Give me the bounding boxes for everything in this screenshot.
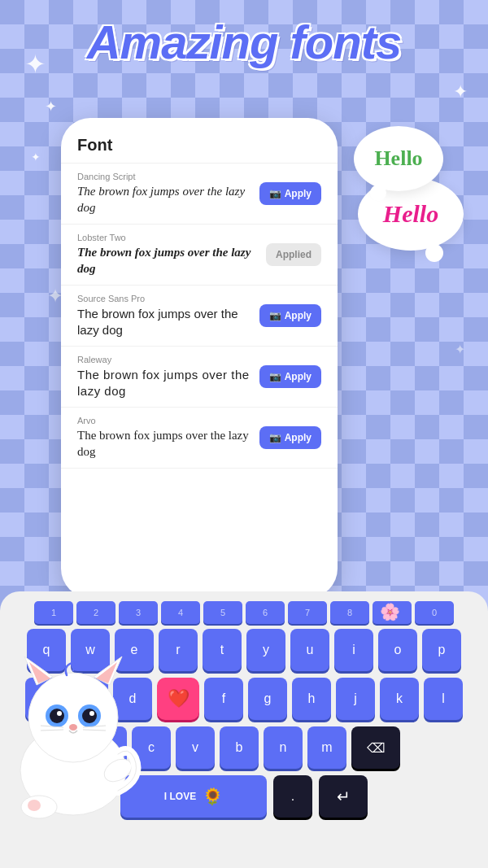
- key-b[interactable]: b: [220, 726, 259, 769]
- font-name-raleway: Raleway: [77, 355, 251, 364]
- key-h[interactable]: h: [292, 678, 331, 720]
- sparkle-icon-4: ✦: [455, 342, 465, 357]
- font-name-arvo: Arvo: [77, 416, 251, 425]
- key-y[interactable]: y: [246, 629, 285, 671]
- svg-point-18: [28, 800, 41, 811]
- key-l[interactable]: l: [424, 678, 463, 720]
- camera-icon-source: 📷: [269, 310, 281, 321]
- hello-green-text: Hello: [374, 146, 422, 171]
- font-item-dancing: Dancing Script The brown fox jumps over …: [61, 164, 338, 225]
- font-preview-source: The brown fox jumps over the lazy dog: [77, 306, 251, 338]
- phone-mockup: Font Dancing Script The brown fox jumps …: [61, 118, 338, 598]
- svg-point-10: [57, 711, 62, 716]
- font-item-raleway: Raleway The brown fox jumps over the laz…: [61, 347, 338, 408]
- applied-button-lobster[interactable]: Applied: [266, 243, 321, 266]
- backspace-key[interactable]: ⌫: [351, 726, 400, 769]
- font-header: Font: [61, 118, 338, 164]
- cat-character: [0, 628, 155, 823]
- flower-decoration: 🌸: [380, 602, 400, 622]
- font-name-dancing: Dancing Script: [77, 172, 251, 181]
- sunflower-icon: 🌻: [203, 787, 223, 806]
- key-8[interactable]: 8: [330, 601, 369, 624]
- key-p[interactable]: p: [422, 629, 461, 671]
- key-f[interactable]: f: [204, 678, 243, 720]
- font-preview-lobster: The brown fox jumps over the lazy dog: [77, 245, 258, 277]
- svg-point-1: [28, 673, 118, 762]
- page-title: Amazing fonts: [0, 15, 488, 69]
- key-i[interactable]: i: [334, 629, 373, 671]
- svg-point-11: [89, 711, 94, 716]
- number-row: 1 2 3 4 5 6 7 8 9 0: [7, 601, 481, 624]
- font-name-source: Source Sans Pro: [77, 294, 251, 303]
- font-name-lobster: Lobster Two: [77, 233, 258, 242]
- svg-point-8: [50, 709, 64, 723]
- apply-button-dancing[interactable]: 📷 Apply: [259, 182, 321, 205]
- apply-button-arvo[interactable]: 📷 Apply: [259, 426, 321, 449]
- camera-icon-raleway: 📷: [269, 371, 281, 382]
- enter-key[interactable]: ↵: [319, 775, 368, 818]
- key-v[interactable]: v: [176, 726, 215, 769]
- svg-point-9: [82, 709, 97, 723]
- font-preview-raleway: The brown fox jumps over the lazy dog: [77, 367, 251, 399]
- period-key[interactable]: .: [273, 775, 312, 818]
- font-preview-arvo: The brown fox jumps over the lazy dog: [77, 428, 251, 460]
- key-o[interactable]: o: [378, 629, 417, 671]
- sparkle-icon-sm: ✦: [45, 98, 57, 116]
- sparkle-icon-3: ✦: [453, 81, 468, 103]
- key-g[interactable]: g: [248, 678, 287, 720]
- key-6[interactable]: 6: [246, 601, 285, 624]
- key-1[interactable]: 1: [34, 601, 73, 624]
- key-t[interactable]: t: [203, 629, 242, 671]
- svg-point-12: [69, 724, 77, 731]
- speech-bubble-green: Hello: [354, 126, 443, 191]
- heart-key[interactable]: ❤️: [157, 678, 199, 720]
- key-2[interactable]: 2: [76, 601, 115, 624]
- sparkle-icon-xs: ✦: [31, 150, 41, 164]
- key-r[interactable]: r: [159, 629, 198, 671]
- font-preview-dancing: The brown fox jumps over the lazy dog: [77, 184, 251, 216]
- key-n[interactable]: n: [264, 726, 303, 769]
- key-0[interactable]: 0: [415, 601, 454, 624]
- key-5[interactable]: 5: [203, 601, 242, 624]
- camera-icon: 📷: [269, 188, 281, 199]
- font-item-arvo: Arvo The brown fox jumps over the lazy d…: [61, 408, 338, 469]
- spacebar-label: I LOVE: [164, 791, 196, 802]
- key-k[interactable]: k: [380, 678, 419, 720]
- hello-pink-text: Hello: [383, 200, 438, 228]
- key-j[interactable]: j: [336, 678, 375, 720]
- key-m[interactable]: m: [307, 726, 346, 769]
- key-u[interactable]: u: [290, 629, 329, 671]
- font-item-source: Source Sans Pro The brown fox jumps over…: [61, 286, 338, 347]
- key-3[interactable]: 3: [119, 601, 158, 624]
- apply-button-raleway[interactable]: 📷 Apply: [259, 365, 321, 388]
- key-4[interactable]: 4: [161, 601, 200, 624]
- key-7[interactable]: 7: [288, 601, 327, 624]
- camera-icon-arvo: 📷: [269, 432, 281, 443]
- apply-button-source[interactable]: 📷 Apply: [259, 304, 321, 327]
- font-list: Dancing Script The brown fox jumps over …: [61, 164, 338, 469]
- font-item-lobster: Lobster Two The brown fox jumps over the…: [61, 225, 338, 286]
